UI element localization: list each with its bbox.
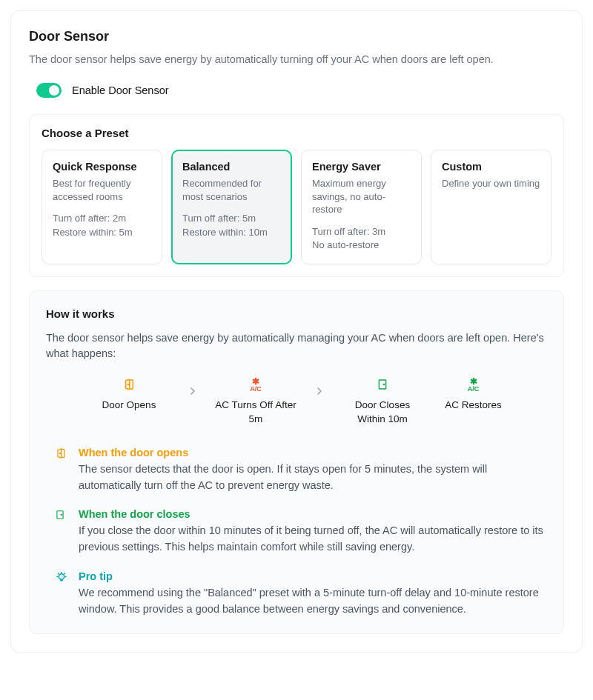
preset-quick-response[interactable]: Quick Response Best for frequently acces… [42, 150, 162, 264]
tip-title: When the door closes [79, 508, 547, 520]
flow-step-label: AC Turns Off After 5m [213, 399, 299, 425]
preset-desc: Define your own timing [442, 177, 540, 190]
preset-balanced[interactable]: Balanced Recommended for most scenarios … [171, 150, 292, 264]
flow-step-label: AC Restores [445, 399, 502, 412]
tip-title: When the door opens [79, 447, 547, 459]
flow-step-label: Door Opens [102, 399, 156, 412]
page-title: Door Sensor [29, 29, 564, 44]
flow-step-door-opens: Door Opens [87, 376, 172, 412]
door-open-icon [122, 376, 136, 393]
preset-grid: Quick Response Best for frequently acces… [42, 150, 551, 264]
tip-body: If you close the door within 10 minutes … [79, 523, 547, 556]
flow-diagram: Door Opens ✱A/C AC Turns Off After 5m Do… [46, 376, 547, 425]
page-subtitle: The door sensor helps save energy by aut… [29, 52, 564, 67]
preset-timing: Turn off after: 2m Restore within: 5m [53, 212, 151, 239]
svg-line-10 [59, 573, 59, 574]
lightbulb-icon [55, 571, 68, 618]
flow-step-label: Door Closes Within 10m [340, 399, 425, 425]
chevron-right-icon [187, 385, 199, 397]
flow-step-ac-restores: ✱A/C AC Restores [440, 376, 507, 412]
svg-point-2 [383, 384, 384, 385]
how-intro: The door sensor helps save energy by aut… [46, 330, 547, 361]
preset-name: Balanced [182, 161, 281, 173]
ac-off-icon: ✱A/C [250, 376, 262, 393]
how-it-works-panel: How it works The door sensor helps save … [29, 290, 564, 634]
preset-name: Energy Saver [312, 161, 411, 173]
door-closed-icon [377, 376, 388, 393]
svg-point-5 [61, 515, 62, 516]
tip-door-opens: When the door opens The sensor detects t… [55, 447, 547, 494]
svg-point-6 [59, 574, 64, 580]
tips-list: When the door opens The sensor detects t… [46, 447, 547, 618]
enable-door-sensor-toggle[interactable] [36, 83, 62, 98]
preset-custom[interactable]: Custom Define your own timing [431, 150, 551, 264]
enable-toggle-row: Enable Door Sensor [36, 83, 564, 98]
preset-timing: Turn off after: 3m No auto-restore [312, 225, 411, 252]
door-open-icon [55, 447, 68, 494]
preset-name: Custom [442, 161, 540, 173]
how-title: How it works [46, 307, 547, 320]
tip-body: The sensor detects that the door is open… [79, 461, 547, 494]
preset-timing: Turn off after: 5m Restore within: 10m [182, 212, 281, 239]
preset-panel: Choose a Preset Quick Response Best for … [29, 114, 564, 277]
door-closed-icon [55, 509, 68, 556]
preset-desc: Best for frequently accessed rooms [53, 177, 151, 203]
preset-name: Quick Response [53, 161, 151, 173]
preset-panel-title: Choose a Preset [42, 127, 551, 139]
svg-line-11 [64, 573, 65, 574]
preset-desc: Recommended for most scenarios [182, 177, 281, 203]
tip-title: Pro tip [79, 570, 547, 582]
tip-body: We recommend using the "Balanced" preset… [79, 585, 547, 618]
flow-step-ac-off: ✱A/C AC Turns Off After 5m [213, 376, 299, 425]
ac-on-icon: ✱A/C [468, 376, 480, 393]
tip-pro-tip: Pro tip We recommend using the "Balanced… [55, 570, 547, 618]
chevron-right-icon [314, 385, 325, 397]
enable-toggle-label: Enable Door Sensor [72, 84, 169, 96]
svg-point-3 [59, 453, 60, 453]
tip-door-closes: When the door closes If you close the do… [55, 508, 547, 556]
flow-step-door-closes: Door Closes Within 10m [340, 376, 425, 425]
preset-energy-saver[interactable]: Energy Saver Maximum energy savings, no … [301, 150, 422, 264]
svg-point-0 [127, 384, 128, 385]
preset-desc: Maximum energy savings, no auto-restore [312, 177, 411, 216]
door-sensor-card: Door Sensor The door sensor helps save e… [10, 10, 583, 653]
